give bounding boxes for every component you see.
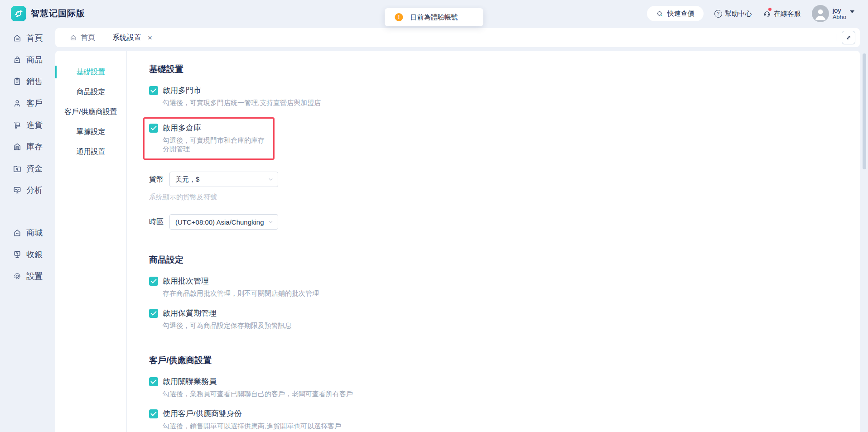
subnav-item-customer-supplier[interactable]: 客戶/供應商設置 <box>55 104 126 120</box>
app-window: 智慧记国际版 快速查價 幫助中心 在線 <box>0 0 868 432</box>
page-tabbar: 首頁 系统設置 <box>55 28 860 47</box>
sidebar-label: 商品 <box>26 54 43 65</box>
subnav-label: 商品設定 <box>77 87 106 97</box>
sidebar-item-settings[interactable]: 設置 <box>0 265 55 287</box>
search-icon <box>656 10 664 18</box>
timezone-select[interactable]: (UTC+08:00) Asia/Chungking <box>169 214 278 230</box>
sidebar-label: 庫存 <box>26 141 43 152</box>
user-names: joy Abho <box>833 6 846 21</box>
sidebar-item-inventory[interactable]: 庫存 <box>0 136 55 158</box>
setting-desc: 存在商品啟用批次管理，則不可關閉店鋪的批次管理 <box>163 289 860 298</box>
tab-active-label: 系统設置 <box>112 33 141 43</box>
multi-warehouse-checkbox[interactable] <box>149 124 158 133</box>
subnav-item-basic[interactable]: 基礎設置 <box>55 64 126 80</box>
currency-value: 美元，$ <box>175 175 199 184</box>
close-icon[interactable] <box>148 34 152 42</box>
main-sidebar: 首頁 商品 銷售 客戶 進貨 <box>0 27 55 432</box>
multi-warehouse-highlight-box: 啟用多倉庫 勾選後，可實現門市和倉庫的庫存分開管理 <box>143 117 275 160</box>
shelf-life-checkbox[interactable] <box>149 309 158 318</box>
setting-multi-warehouse: 啟用多倉庫 勾選後，可實現門市和倉庫的庫存分開管理 <box>149 123 269 154</box>
scrollbar-thumb[interactable] <box>863 53 866 169</box>
setting-desc: 勾選後，可實現多門店統一管理,支持直營店與加盟店 <box>163 99 860 107</box>
sidebar-item-funds[interactable]: 資金 <box>0 158 55 179</box>
settings-gear-icon <box>13 272 22 281</box>
sidebar-item-goods[interactable]: 商品 <box>0 49 55 71</box>
home-icon <box>13 34 22 43</box>
setting-label: 啟用批次管理 <box>163 276 209 286</box>
funds-icon <box>13 164 22 173</box>
online-service-label: 在線客服 <box>774 10 801 18</box>
sidebar-item-analytics[interactable]: 分析 <box>0 179 55 201</box>
cashier-icon <box>13 250 22 259</box>
divider <box>836 34 836 41</box>
sidebar-item-customers[interactable]: 客戶 <box>0 92 55 114</box>
sidebar-item-cashier[interactable]: 收銀 <box>0 244 55 265</box>
online-service-link[interactable]: 在線客服 <box>763 10 801 18</box>
linked-salesman-checkbox[interactable] <box>149 377 158 386</box>
sales-icon <box>13 77 22 86</box>
subnav-item-document[interactable]: 單據設定 <box>55 124 126 139</box>
section-product: 商品設定 啟用批次管理 存在商品啟用批次管理，則不可關閉店鋪的批次管理 啟用保質… <box>149 254 860 330</box>
app-logo: 智慧记国际版 <box>0 6 85 21</box>
currency-label: 貨幣 <box>149 175 164 184</box>
sidebar-label: 客戶 <box>26 98 43 109</box>
sidebar-item-sales[interactable]: 銷售 <box>0 71 55 92</box>
batch-checkbox[interactable] <box>149 277 158 286</box>
setting-desc: 勾選後，可為商品設定保存期限及預警訊息 <box>163 322 860 330</box>
dual-identity-checkbox[interactable] <box>149 409 158 418</box>
setting-label: 啟用保質期管理 <box>163 308 217 318</box>
sidebar-label: 銷售 <box>26 76 43 87</box>
setting-desc: 勾選後，業務員可查看已關聯自己的客戶，老闆可查看所有客戶 <box>163 390 860 398</box>
subnav-item-product[interactable]: 商品設定 <box>55 84 126 100</box>
timezone-field: 時區 (UTC+08:00) Asia/Chungking <box>149 214 860 230</box>
setting-multi-store: 啟用多門市 勾選後，可實現多門店統一管理,支持直營店與加盟店 <box>149 85 860 107</box>
setting-label: 啟用多倉庫 <box>163 123 201 133</box>
currency-select[interactable]: 美元，$ <box>169 172 278 187</box>
chevron-down-icon <box>268 177 274 182</box>
setting-label: 啟用關聯業務員 <box>163 376 217 387</box>
sidebar-label: 分析 <box>26 185 43 196</box>
sidebar-label: 商城 <box>26 227 43 238</box>
multi-store-checkbox[interactable] <box>149 86 158 95</box>
expand-icon <box>845 34 852 41</box>
setting-desc: 勾選後，可實現門市和倉庫的庫存分開管理 <box>163 136 269 154</box>
tab-home-label: 首頁 <box>81 33 95 43</box>
goods-icon <box>13 55 22 64</box>
settings-page: 基礎設置 商品設定 客戶/供應商設置 單據設定 通用設置 基礎設置 啟用多門市 … <box>55 51 860 432</box>
help-center-link[interactable]: 幫助中心 <box>714 10 752 18</box>
setting-desc: 勾選後，銷售開單可以選擇供應商,進貨開單也可以選擇客戶 <box>163 422 860 431</box>
section-title: 商品設定 <box>149 254 860 266</box>
settings-main: 基礎設置 啟用多門市 勾選後，可實現多門店統一管理,支持直營店與加盟店 啟用多倉… <box>127 51 860 432</box>
user-menu[interactable]: joy Abho <box>812 5 854 22</box>
tab-system-settings[interactable]: 系统設置 <box>112 33 152 43</box>
sidebar-item-mall[interactable]: 商城 <box>0 222 55 244</box>
trial-account-toast: 目前為體驗帳號 <box>385 8 483 26</box>
quick-price-search-button[interactable]: 快速查價 <box>647 6 704 21</box>
mall-icon <box>13 228 22 237</box>
header-actions: 快速查價 幫助中心 在線客服 <box>647 0 854 27</box>
avatar <box>812 5 829 22</box>
setting-dual-identity: 使用客戶/供應商雙身份 勾選後，銷售開單可以選擇供應商,進貨開單也可以選擇客戶 <box>149 408 860 431</box>
fullscreen-button[interactable] <box>842 31 855 44</box>
subnav-item-general[interactable]: 通用設置 <box>55 144 126 159</box>
section-title: 客戶/供應商設置 <box>149 355 860 366</box>
timezone-label: 時區 <box>149 217 164 227</box>
sidebar-item-home[interactable]: 首頁 <box>0 27 55 49</box>
chevron-down-icon <box>268 219 274 225</box>
settings-subnav: 基礎設置 商品設定 客戶/供應商設置 單據設定 通用設置 <box>55 51 127 432</box>
section-customer-supplier: 客戶/供應商設置 啟用關聯業務員 勾選後，業務員可查看已關聯自己的客戶，老闆可查… <box>149 355 860 431</box>
setting-shelf-life: 啟用保質期管理 勾選後，可為商品設定保存期限及預警訊息 <box>149 308 860 330</box>
headset-icon <box>763 10 771 18</box>
sidebar-spacer <box>0 201 55 222</box>
section-basic: 基礎設置 啟用多門市 勾選後，可實現多門店統一管理,支持直營店與加盟店 啟用多倉… <box>149 63 860 230</box>
inventory-icon <box>13 142 22 151</box>
sidebar-label: 資金 <box>26 163 43 174</box>
app-title: 智慧记国际版 <box>31 8 85 19</box>
tab-home[interactable]: 首頁 <box>55 33 95 43</box>
user-name: joy <box>833 6 846 14</box>
toast-message: 目前為體驗帳號 <box>410 13 458 22</box>
sidebar-item-purchase[interactable]: 進貨 <box>0 114 55 136</box>
logo-icon <box>11 6 26 21</box>
sidebar-label: 設置 <box>26 271 43 282</box>
customers-icon <box>13 99 22 108</box>
